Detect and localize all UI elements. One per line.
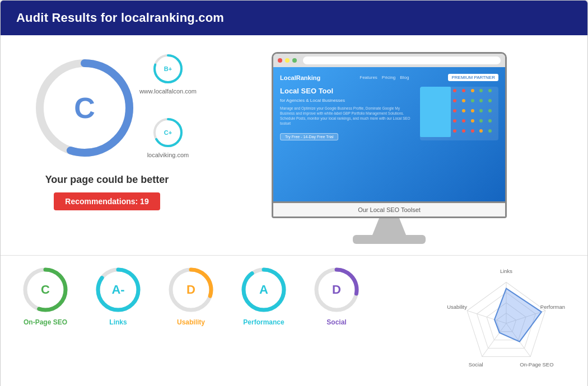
grid-dot xyxy=(479,109,483,112)
competitor-2-gauge: C+ xyxy=(151,116,185,149)
grid-dot xyxy=(462,99,465,102)
website-content: LocalRanking Features Pricing Blog PREMI… xyxy=(273,67,505,201)
bottom-section: C On-Page SEO A- Links xyxy=(1,255,587,384)
score-ring-social: D xyxy=(311,265,362,315)
score-ring-performance: A xyxy=(239,265,289,315)
grid-dot xyxy=(453,109,456,112)
site-nav-cta: PREMIUM PARTNER xyxy=(448,74,498,81)
grid-dot xyxy=(479,119,483,123)
svg-marker-25 xyxy=(494,289,542,342)
grid-dot xyxy=(453,99,456,102)
nav-link-blog: Blog xyxy=(400,75,409,80)
site-hero-subtitle: for Agencies & Local Businesses xyxy=(280,98,414,103)
monitor-wrapper: LocalRanking Features Pricing Blog PREMI… xyxy=(272,52,507,244)
competitor-2-label: localviking.com xyxy=(147,152,189,158)
monitor-screen: LocalRanking Features Pricing Blog PREMI… xyxy=(272,52,507,203)
grid-dot xyxy=(462,109,465,112)
recommendations-button[interactable]: Recommendations: 19 xyxy=(54,192,160,210)
score-grade-links: A- xyxy=(111,283,124,297)
competitor-2-grade: C+ xyxy=(164,129,172,136)
grid-dot xyxy=(453,129,456,133)
site-hero-cta: Try Free - 14-Day Free Trial xyxy=(280,133,338,140)
site-grid xyxy=(451,87,498,140)
grid-dot xyxy=(471,89,474,92)
left-panel: C B+ www.localfalcon.com xyxy=(17,46,197,244)
score-label-performance: Performance xyxy=(243,318,284,326)
svg-text:On-Page SEO: On-Page SEO xyxy=(520,361,553,368)
competitor-2: C+ localviking.com xyxy=(139,116,197,158)
grid-dot xyxy=(453,119,456,123)
score-card-usability: D Usability xyxy=(163,265,219,326)
score-card-social: D Social xyxy=(309,265,365,326)
grid-dot xyxy=(488,89,492,92)
score-label-links: Links xyxy=(109,318,127,326)
score-grade-usability: D xyxy=(186,283,195,297)
site-hero: Local SEO Tool for Agencies & Local Busi… xyxy=(280,87,498,140)
grid-dot xyxy=(479,99,483,102)
grid-dot xyxy=(462,119,465,123)
grid-dot xyxy=(479,89,483,92)
score-cards: C On-Page SEO A- Links xyxy=(17,265,571,384)
grid-dot xyxy=(471,129,474,133)
browser-dot-red xyxy=(278,58,282,63)
site-hero-visual xyxy=(420,87,498,140)
monitor-footer-text: Our Local SEO Toolset xyxy=(358,206,421,213)
competitor-1-grade: B+ xyxy=(164,65,172,72)
site-logo: LocalRanking xyxy=(280,74,320,81)
svg-text:Usability: Usability xyxy=(447,304,467,310)
site-nav-links: Features Pricing Blog xyxy=(360,75,409,80)
competitor-1-label: www.localfalcon.com xyxy=(139,88,197,95)
svg-text:Links: Links xyxy=(500,268,512,274)
score-grade-on-page-seo: C xyxy=(41,283,50,297)
browser-dot-green xyxy=(292,58,297,63)
svg-text:Social: Social xyxy=(469,361,483,368)
nav-link-features: Features xyxy=(360,75,377,80)
monitor-stand-neck xyxy=(372,218,406,235)
main-content: C B+ www.localfalcon.com xyxy=(1,35,587,255)
score-label-social: Social xyxy=(326,318,346,326)
score-grade-performance: A xyxy=(259,283,268,297)
page-tagline: Your page could be better xyxy=(45,174,169,186)
grid-dot xyxy=(488,109,492,112)
site-hero-text: Local SEO Tool for Agencies & Local Busi… xyxy=(280,87,414,140)
main-gauge: C xyxy=(29,52,141,164)
browser-url-bar xyxy=(303,57,501,64)
grid-dot xyxy=(488,99,492,102)
score-grade-social: D xyxy=(332,283,341,297)
grid-dot xyxy=(471,99,474,102)
grid-dot xyxy=(471,119,474,123)
page-header: Audit Results for localranking.com xyxy=(1,1,587,35)
score-ring-usability: D xyxy=(166,265,216,315)
browser-dot-yellow xyxy=(285,58,290,63)
browser-bar xyxy=(273,54,505,67)
competitor-1: B+ www.localfalcon.com xyxy=(139,52,197,95)
grid-dot xyxy=(488,129,492,133)
site-hero-desc: Manage and Optimize your Google Business… xyxy=(280,106,414,126)
site-hero-title: Local SEO Tool xyxy=(280,87,414,96)
score-card-performance: A Performance xyxy=(236,265,292,326)
site-nav: LocalRanking Features Pricing Blog PREMI… xyxy=(280,74,498,81)
grid-dot xyxy=(462,129,465,133)
grid-dot xyxy=(462,89,465,92)
page-title: Audit Results for localranking.com xyxy=(16,11,224,25)
score-ring-links: A- xyxy=(93,265,143,315)
right-panel: LocalRanking Features Pricing Blog PREMI… xyxy=(208,46,571,244)
score-ring-on-page-seo: C xyxy=(20,265,71,315)
main-grade-label: C xyxy=(74,91,95,125)
gauge-area: C B+ www.localfalcon.com xyxy=(29,46,185,164)
competitor-1-gauge: B+ xyxy=(151,52,185,86)
score-card-links: A- Links xyxy=(90,265,146,326)
score-label-on-page-seo: On-Page SEO xyxy=(24,318,67,326)
grid-dot xyxy=(453,89,456,92)
grid-dot xyxy=(488,119,492,123)
radar-chart-section: LinksPerformanceOn-Page SEOSocialUsabili… xyxy=(447,265,571,384)
grid-dot xyxy=(471,109,474,112)
grid-dot xyxy=(479,129,483,133)
score-label-usability: Usability xyxy=(177,318,205,326)
competitors-panel: B+ www.localfalcon.com C+ localviking xyxy=(139,52,197,158)
audit-results-card: Audit Results for localranking.com C xyxy=(0,0,588,386)
monitor-footer: Our Local SEO Toolset xyxy=(272,203,507,218)
nav-link-pricing: Pricing xyxy=(382,75,395,80)
site-map xyxy=(420,87,451,137)
svg-text:Performance: Performance xyxy=(540,304,565,310)
